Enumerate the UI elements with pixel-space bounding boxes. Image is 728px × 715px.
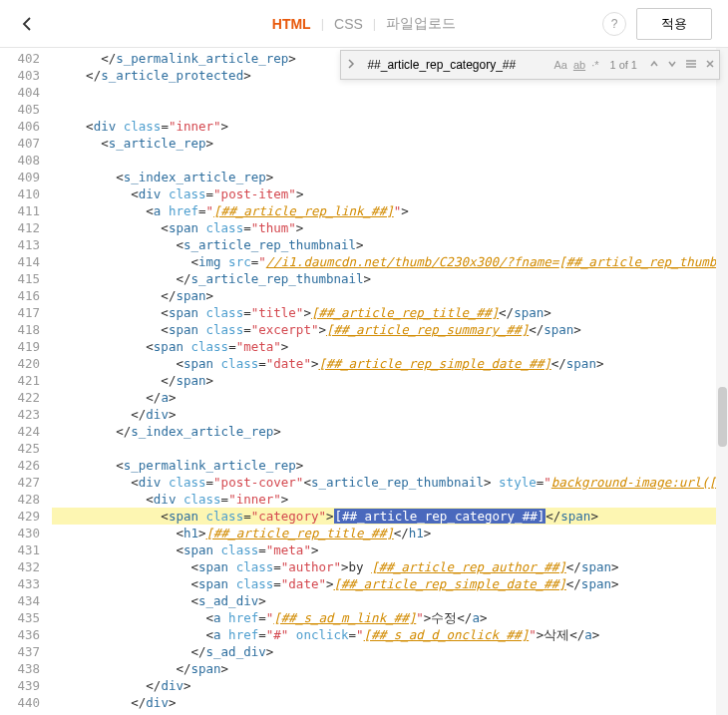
find-next[interactable] xyxy=(663,58,681,72)
apply-button[interactable]: 적용 xyxy=(636,8,712,40)
tab-html[interactable]: HTML xyxy=(262,16,321,32)
vertical-scrollbar[interactable] xyxy=(716,48,728,715)
find-regex[interactable]: ·* xyxy=(588,59,601,71)
tab-file-upload[interactable]: 파일업로드 xyxy=(376,15,466,33)
find-whole-word-label: ab xyxy=(573,59,585,71)
tab-css[interactable]: CSS xyxy=(324,16,373,32)
line-gutter: 4024034044054064074084094104114124134144… xyxy=(0,48,52,715)
find-close[interactable] xyxy=(701,58,719,72)
find-selection[interactable] xyxy=(681,58,701,72)
close-icon xyxy=(705,59,715,69)
arrow-down-icon xyxy=(667,59,677,69)
find-input[interactable] xyxy=(361,54,550,76)
header-actions: ? 적용 xyxy=(602,8,712,40)
find-result-count: 1 of 1 xyxy=(601,59,645,71)
find-whole-word[interactable]: ab xyxy=(570,59,588,71)
back-button[interactable] xyxy=(16,12,40,36)
find-prev[interactable] xyxy=(645,58,663,72)
help-button[interactable]: ? xyxy=(602,12,626,36)
find-toggle[interactable] xyxy=(341,58,361,72)
editor-header: HTML | CSS | 파일업로드 ? 적용 xyxy=(0,0,728,48)
arrow-up-icon xyxy=(649,59,659,69)
find-bar: Aa ab ·* 1 of 1 xyxy=(340,50,720,80)
chevron-right-icon xyxy=(347,59,355,69)
list-icon xyxy=(685,59,697,69)
scroll-thumb[interactable] xyxy=(718,387,727,447)
find-case-sensitive[interactable]: Aa xyxy=(550,59,569,71)
code-editor[interactable]: 4024034044054064074084094104114124134144… xyxy=(0,48,728,715)
editor-tabs: HTML | CSS | 파일업로드 xyxy=(262,15,466,33)
arrow-left-icon xyxy=(19,15,37,33)
find-regex-label: * xyxy=(594,59,598,71)
code-area[interactable]: </s_permalink_article_rep> </s_article_p… xyxy=(52,48,728,715)
